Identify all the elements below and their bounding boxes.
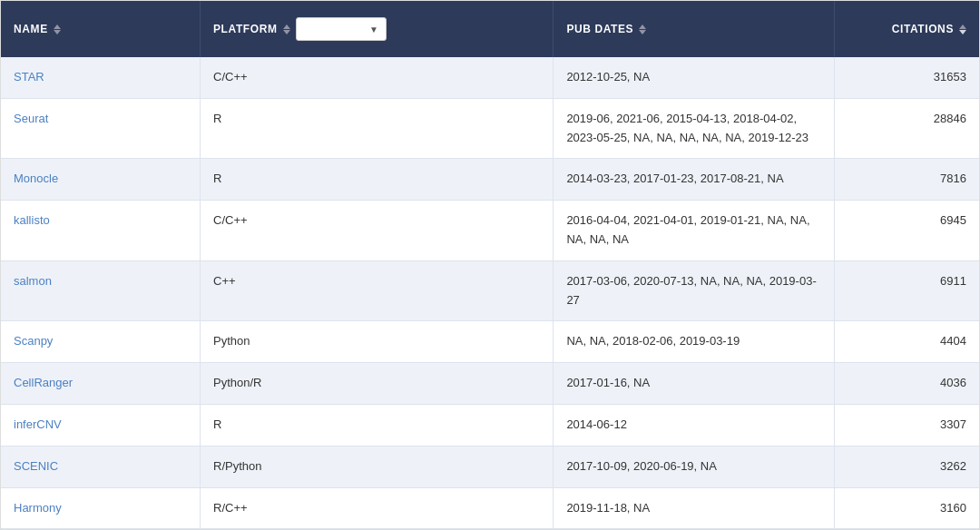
- th-platform[interactable]: PLATFORM R Python C/C++ C++: [201, 1, 554, 57]
- cell-platform: Python: [201, 321, 554, 363]
- cell-pubdates: 2019-11-18, NA: [554, 487, 834, 529]
- table-row: CellRangerPython/R2017-01-16, NA4036: [1, 363, 979, 405]
- cell-citations: 28846: [834, 98, 979, 159]
- cell-platform: R: [201, 98, 554, 159]
- th-platform-label: PLATFORM: [213, 23, 278, 35]
- cell-platform: C++: [201, 260, 554, 321]
- table-row: SCENICR/Python2017-10-09, 2020-06-19, NA…: [1, 446, 979, 487]
- cell-citations: 4036: [834, 363, 979, 405]
- cell-pubdates: 2016-04-04, 2021-04-01, 2019-01-21, NA, …: [554, 201, 834, 261]
- tool-name-link[interactable]: CellRanger: [14, 376, 73, 389]
- cell-platform: Python/R: [201, 363, 554, 405]
- tool-name-link[interactable]: Harmony: [14, 501, 62, 515]
- tool-name-link[interactable]: SCENIC: [14, 459, 58, 473]
- cell-name: CellRanger: [1, 363, 201, 405]
- sort-icon-citations: [959, 25, 966, 34]
- cell-platform: C/C++: [201, 57, 554, 98]
- tool-name-link[interactable]: salmon: [14, 274, 52, 288]
- cell-name: Monocle: [1, 159, 201, 201]
- tool-name-link[interactable]: kallisto: [14, 213, 50, 227]
- cell-name: Seurat: [1, 98, 201, 159]
- tool-name-link[interactable]: STAR: [14, 70, 44, 83]
- th-name-label: NAME: [14, 23, 48, 35]
- th-citations[interactable]: CITATIONS: [834, 1, 979, 57]
- table-row: MonocleR2014-03-23, 2017-01-23, 2017-08-…: [1, 159, 979, 201]
- cell-platform: R/Python: [201, 446, 554, 487]
- cell-name: salmon: [1, 260, 201, 321]
- cell-platform: C/C++: [201, 201, 554, 261]
- cell-citations: 4404: [834, 321, 979, 363]
- platform-filter-wrapper: R Python C/C++ C++ Python/R R/Python R/C…: [296, 17, 387, 41]
- cell-name: SCENIC: [1, 446, 201, 487]
- cell-pubdates: 2019-06, 2021-06, 2015-04-13, 2018-04-02…: [554, 98, 834, 159]
- th-name[interactable]: NAME: [1, 1, 201, 57]
- table-row: HarmonyR/C++2019-11-18, NA3160: [1, 487, 979, 529]
- cell-platform: R/C++: [201, 487, 554, 529]
- tool-name-link[interactable]: Seurat: [14, 112, 48, 125]
- cell-pubdates: NA, NA, 2018-02-06, 2019-03-19: [554, 321, 834, 363]
- cell-citations: 3262: [834, 446, 979, 487]
- cell-name: Scanpy: [1, 321, 201, 363]
- cell-citations: 7816: [834, 159, 979, 201]
- table-row: inferCNVR2014-06-123307: [1, 404, 979, 446]
- cell-platform: R: [201, 159, 554, 201]
- cell-name: kallisto: [1, 201, 201, 261]
- sort-icon-platform: [283, 25, 290, 34]
- cell-citations: 6911: [834, 260, 979, 321]
- tool-name-link[interactable]: Monocle: [14, 172, 58, 185]
- cell-citations: 3307: [834, 404, 979, 446]
- main-table-container: NAME PLATFORM: [0, 0, 980, 530]
- table-row: ScanpyPythonNA, NA, 2018-02-06, 2019-03-…: [1, 321, 979, 363]
- table-header-row: NAME PLATFORM: [1, 1, 979, 57]
- cell-name: STAR: [1, 57, 201, 98]
- cell-citations: 31653: [834, 57, 979, 98]
- cell-pubdates: 2012-10-25, NA: [554, 57, 834, 98]
- th-pubdates[interactable]: PUB DATES: [554, 1, 834, 57]
- cell-platform: R: [201, 404, 554, 446]
- cell-pubdates: 2014-03-23, 2017-01-23, 2017-08-21, NA: [554, 159, 834, 201]
- cell-citations: 6945: [834, 201, 979, 261]
- table-body: STARC/C++2012-10-25, NA31653SeuratR2019-…: [1, 57, 979, 529]
- cell-name: Harmony: [1, 487, 201, 529]
- sort-icon-name: [54, 25, 61, 34]
- tool-name-link[interactable]: inferCNV: [14, 417, 62, 431]
- th-pubdates-label: PUB DATES: [566, 23, 633, 35]
- cell-pubdates: 2017-10-09, 2020-06-19, NA: [554, 446, 834, 487]
- th-citations-label: CITATIONS: [892, 23, 954, 35]
- cell-pubdates: 2017-01-16, NA: [554, 363, 834, 405]
- cell-pubdates: 2014-06-12: [554, 404, 834, 446]
- cell-pubdates: 2017-03-06, 2020-07-13, NA, NA, NA, 2019…: [554, 260, 834, 321]
- platform-select[interactable]: R Python C/C++ C++ Python/R R/Python R/C…: [296, 17, 387, 41]
- table-row: STARC/C++2012-10-25, NA31653: [1, 57, 979, 98]
- table-row: SeuratR2019-06, 2021-06, 2015-04-13, 201…: [1, 98, 979, 159]
- table-row: salmonC++2017-03-06, 2020-07-13, NA, NA,…: [1, 260, 979, 321]
- data-table: NAME PLATFORM: [1, 1, 979, 529]
- cell-citations: 3160: [834, 487, 979, 529]
- cell-name: inferCNV: [1, 404, 201, 446]
- table-row: kallistoC/C++2016-04-04, 2021-04-01, 201…: [1, 201, 979, 261]
- tool-name-link[interactable]: Scanpy: [14, 334, 53, 348]
- sort-icon-pubdates: [639, 25, 646, 34]
